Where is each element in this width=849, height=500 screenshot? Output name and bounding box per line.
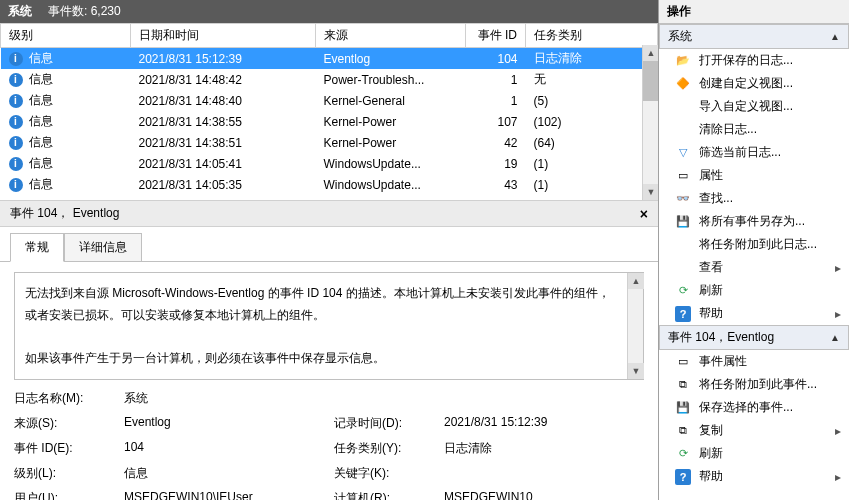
source-value: Eventlog (124, 415, 324, 432)
computer-value: MSEDGEWIN10 (444, 490, 644, 500)
attach-task-2-icon: ⧉ (675, 377, 691, 393)
col-level[interactable]: 级别 (1, 24, 131, 48)
desc-scroll-up-icon[interactable]: ▲ (628, 273, 644, 289)
help-2-icon: ? (675, 469, 691, 485)
info-icon: i (9, 115, 23, 129)
info-icon: i (9, 73, 23, 87)
info-icon: i (9, 52, 23, 66)
action-label: 刷新 (699, 445, 841, 462)
logname-label: 日志名称(M): (14, 390, 114, 407)
action-filter[interactable]: ▽筛选当前日志... (659, 141, 849, 164)
info-icon: i (9, 178, 23, 192)
view-icon (675, 260, 691, 276)
table-row[interactable]: i信息2021/8/31 15:12:39Eventlog104日志清除 (1, 48, 658, 70)
actions-header: 操作 (659, 0, 849, 24)
action-label: 属性 (699, 167, 841, 184)
action-label: 查找... (699, 190, 841, 207)
scroll-down-icon[interactable]: ▼ (643, 184, 658, 200)
eventid-value: 104 (124, 440, 324, 457)
computer-label: 计算机(R): (334, 490, 434, 500)
refresh-icon: ⟳ (675, 283, 691, 299)
logged-label: 记录时间(D): (334, 415, 434, 432)
desc-scroll-down-icon[interactable]: ▼ (628, 363, 644, 379)
table-row[interactable]: i信息2021/8/31 14:05:41WindowsUpdate...19(… (1, 153, 658, 174)
scroll-up-icon[interactable]: ▲ (643, 45, 658, 61)
close-icon[interactable]: × (640, 206, 648, 222)
action-refresh-2[interactable]: ⟳刷新 (659, 442, 849, 465)
action-event-props[interactable]: ▭事件属性 (659, 350, 849, 373)
keywords-value (444, 465, 644, 482)
user-label: 用户(U): (14, 490, 114, 500)
tab-details[interactable]: 详细信息 (64, 233, 142, 262)
action-attach-task[interactable]: 将任务附加到此日志... (659, 233, 849, 256)
level-label: 级别(L): (14, 465, 114, 482)
table-row[interactable]: i信息2021/8/31 14:48:42Power-Troublesh...1… (1, 69, 658, 90)
action-label: 打开保存的日志... (699, 52, 841, 69)
table-row[interactable]: i信息2021/8/31 14:38:51Kernel-Power42(64) (1, 132, 658, 153)
action-find[interactable]: 👓查找... (659, 187, 849, 210)
create-view-icon: 🔶 (675, 76, 691, 92)
action-label: 导入自定义视图... (699, 98, 841, 115)
action-label: 筛选当前日志... (699, 144, 841, 161)
event-description: 无法找到来自源 Microsoft-Windows-Eventlog 的事件 I… (14, 272, 644, 380)
action-properties[interactable]: ▭属性 (659, 164, 849, 187)
action-help[interactable]: ?帮助▸ (659, 302, 849, 325)
action-label: 帮助 (699, 468, 823, 485)
action-label: 事件属性 (699, 353, 841, 370)
actions-section-system[interactable]: 系统 ▲ (659, 24, 849, 49)
import-view-icon (675, 99, 691, 115)
filter-icon: ▽ (675, 145, 691, 161)
save-as-icon: 💾 (675, 214, 691, 230)
info-icon: i (9, 94, 23, 108)
properties-icon: ▭ (675, 168, 691, 184)
event-count: 事件数: 6,230 (48, 3, 121, 20)
actions-section-event-label: 事件 104，Eventlog (668, 329, 774, 346)
help-icon: ? (675, 306, 691, 322)
taskcat-value: 日志清除 (444, 440, 644, 457)
eventid-label: 事件 ID(E): (14, 440, 114, 457)
copy-icon: ⧉ (675, 423, 691, 439)
action-save-as[interactable]: 💾将所有事件另存为... (659, 210, 849, 233)
table-scrollbar[interactable]: ▲ ▼ (642, 45, 658, 200)
tab-general[interactable]: 常规 (10, 233, 64, 262)
action-label: 刷新 (699, 282, 841, 299)
action-clear-log[interactable]: 清除日志... (659, 118, 849, 141)
detail-title: 事件 104， Eventlog (10, 205, 119, 222)
action-refresh[interactable]: ⟳刷新 (659, 279, 849, 302)
action-label: 将任务附加到此日志... (699, 236, 841, 253)
chevron-right-icon: ▸ (831, 424, 841, 438)
col-taskcat[interactable]: 任务类别 (526, 24, 658, 48)
action-label: 查看 (699, 259, 823, 276)
col-eventid[interactable]: 事件 ID (466, 24, 526, 48)
table-row[interactable]: i信息2021/8/31 14:05:35WindowsUpdate...43(… (1, 174, 658, 195)
action-view[interactable]: 查看▸ (659, 256, 849, 279)
table-row[interactable]: i信息2021/8/31 14:38:55Kernel-Power107(102… (1, 111, 658, 132)
action-help-2[interactable]: ?帮助▸ (659, 465, 849, 488)
action-copy[interactable]: ⧉复制▸ (659, 419, 849, 442)
action-label: 复制 (699, 422, 823, 439)
col-datetime[interactable]: 日期和时间 (131, 24, 316, 48)
save-sel-icon: 💾 (675, 400, 691, 416)
detail-header: 事件 104， Eventlog × (0, 200, 658, 227)
action-label: 清除日志... (699, 121, 841, 138)
action-label: 创建自定义视图... (699, 75, 841, 92)
log-title: 系统 (8, 3, 32, 20)
logname-value: 系统 (124, 390, 644, 407)
action-create-view[interactable]: 🔶创建自定义视图... (659, 72, 849, 95)
keywords-label: 关键字(K): (334, 465, 434, 482)
action-attach-task-2[interactable]: ⧉将任务附加到此事件... (659, 373, 849, 396)
table-row[interactable]: i信息2021/8/31 14:48:40Kernel-General1(5) (1, 90, 658, 111)
detail-tabs: 常规 详细信息 (0, 227, 658, 262)
action-import-view[interactable]: 导入自定义视图... (659, 95, 849, 118)
action-save-sel[interactable]: 💾保存选择的事件... (659, 396, 849, 419)
description-scrollbar[interactable]: ▲ ▼ (627, 273, 643, 379)
actions-section-event[interactable]: 事件 104，Eventlog ▲ (659, 325, 849, 350)
chevron-right-icon: ▸ (831, 261, 841, 275)
log-header: 系统 事件数: 6,230 (0, 0, 658, 23)
scroll-thumb[interactable] (643, 61, 658, 101)
attach-task-icon (675, 237, 691, 253)
col-source[interactable]: 来源 (316, 24, 466, 48)
event-table[interactable]: 级别 日期和时间 来源 事件 ID 任务类别 i信息2021/8/31 15:1… (0, 23, 658, 195)
chevron-right-icon: ▸ (831, 470, 841, 484)
action-folder-open[interactable]: 📂打开保存的日志... (659, 49, 849, 72)
